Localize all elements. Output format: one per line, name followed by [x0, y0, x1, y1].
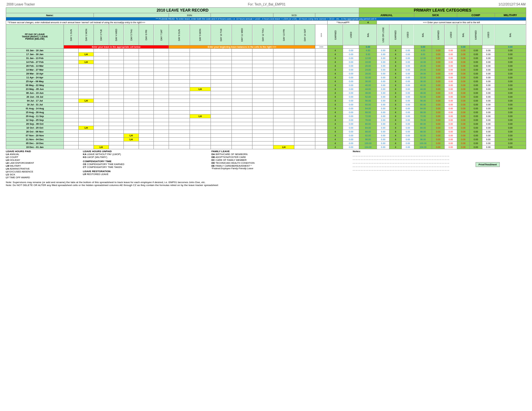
day-cell-3[interactable]: [94, 118, 109, 122]
day-cell-9[interactable]: LH: [190, 87, 211, 91]
day-cell-5[interactable]: [124, 53, 139, 56]
day-cell-14[interactable]: [294, 130, 315, 134]
day-cell-10[interactable]: [211, 111, 232, 114]
day-cell-12[interactable]: [252, 56, 273, 60]
day-cell-8[interactable]: [169, 91, 190, 95]
day-cell-12[interactable]: [252, 76, 273, 80]
day-cell-7[interactable]: [154, 76, 169, 80]
day-cell-7[interactable]: [154, 114, 169, 118]
day-cell-10[interactable]: [211, 99, 232, 103]
day-cell-10[interactable]: [211, 64, 232, 68]
day-cell-12[interactable]: [252, 145, 273, 149]
day-cell-13[interactable]: [273, 87, 294, 91]
day-cell-12[interactable]: [252, 60, 273, 64]
day-cell-8[interactable]: [169, 80, 190, 83]
day-cell-12[interactable]: [252, 53, 273, 56]
day-cell-6[interactable]: [139, 134, 154, 138]
day-cell-3[interactable]: [94, 49, 109, 53]
day-cell-12[interactable]: [252, 134, 273, 138]
day-cell-2[interactable]: [79, 138, 94, 142]
init-annual-bal[interactable]: 0.00: [359, 45, 377, 49]
day-cell-11[interactable]: [232, 145, 252, 149]
day-cell-5[interactable]: [124, 99, 139, 103]
day-cell-12[interactable]: [252, 72, 273, 76]
day-cell-4[interactable]: [109, 72, 124, 76]
day-cell-12[interactable]: [252, 142, 273, 145]
day-cell-6[interactable]: [139, 68, 154, 72]
day-cell-4[interactable]: [109, 130, 124, 134]
day-cell-1[interactable]: [64, 72, 79, 76]
print-button[interactable]: PrintThisSheet: [476, 162, 499, 167]
day-cell-2[interactable]: [79, 107, 94, 111]
day-cell-2[interactable]: [79, 134, 94, 138]
day-cell-7[interactable]: [154, 138, 169, 142]
day-cell-5[interactable]: [124, 122, 139, 126]
day-cell-1[interactable]: [64, 134, 79, 138]
day-cell-13[interactable]: [273, 111, 294, 114]
day-cell-7[interactable]: [154, 142, 169, 145]
day-cell-4[interactable]: [109, 53, 124, 56]
day-cell-14[interactable]: [294, 126, 315, 130]
day-cell-12[interactable]: [252, 91, 273, 95]
day-cell-5[interactable]: [124, 68, 139, 72]
day-cell-9[interactable]: [190, 134, 211, 138]
day-cell-1[interactable]: [64, 107, 79, 111]
day-cell-3[interactable]: [94, 91, 109, 95]
day-cell-5[interactable]: [124, 76, 139, 80]
day-cell-6[interactable]: [139, 95, 154, 99]
day-cell-4[interactable]: [109, 114, 124, 118]
day-cell-7[interactable]: [154, 91, 169, 95]
day-cell-13[interactable]: [273, 114, 294, 118]
day-cell-5[interactable]: [124, 72, 139, 76]
day-cell-4[interactable]: [109, 76, 124, 80]
day-cell-11[interactable]: [232, 142, 252, 145]
init-mil-earned[interactable]: [469, 45, 482, 49]
day-cell-4[interactable]: [109, 91, 124, 95]
day-cell-6[interactable]: [139, 107, 154, 111]
day-cell-3[interactable]: [94, 107, 109, 111]
day-cell-4[interactable]: [109, 56, 124, 60]
day-cell-12[interactable]: [252, 138, 273, 142]
day-cell-9[interactable]: [190, 142, 211, 145]
day-cell-12[interactable]: [252, 114, 273, 118]
day-cell-8[interactable]: [169, 138, 190, 142]
init-mil-used[interactable]: [482, 45, 495, 49]
day-cell-11[interactable]: [232, 107, 252, 111]
day-cell-8[interactable]: [169, 60, 190, 64]
day-cell-5[interactable]: [124, 83, 139, 87]
day-cell-7[interactable]: [154, 130, 169, 134]
day-cell-6[interactable]: [139, 142, 154, 145]
init-annual-earned[interactable]: [328, 45, 343, 49]
day-cell-10[interactable]: [211, 49, 232, 53]
day-cell-4[interactable]: [109, 87, 124, 91]
day-cell-8[interactable]: [169, 87, 190, 91]
day-cell-1[interactable]: [64, 145, 79, 149]
day-cell-11[interactable]: [232, 80, 252, 83]
day-cell-1[interactable]: [64, 49, 79, 53]
day-cell-2[interactable]: [79, 72, 94, 76]
day-cell-7[interactable]: [154, 72, 169, 76]
day-cell-9[interactable]: LH: [190, 114, 211, 118]
day-cell-3[interactable]: [94, 122, 109, 126]
day-cell-8[interactable]: [169, 114, 190, 118]
day-cell-10[interactable]: [211, 130, 232, 134]
day-cell-3[interactable]: [94, 142, 109, 145]
day-cell-13[interactable]: [273, 60, 294, 64]
day-cell-1[interactable]: [64, 118, 79, 122]
day-cell-1[interactable]: [64, 138, 79, 142]
day-cell-14[interactable]: [294, 122, 315, 126]
day-cell-8[interactable]: [169, 145, 190, 149]
day-cell-11[interactable]: [232, 118, 252, 122]
day-cell-4[interactable]: [109, 80, 124, 83]
day-cell-4[interactable]: [109, 99, 124, 103]
day-cell-11[interactable]: [232, 103, 252, 107]
day-cell-4[interactable]: [109, 145, 124, 149]
day-cell-13[interactable]: [273, 53, 294, 56]
day-cell-1[interactable]: [64, 111, 79, 114]
day-cell-8[interactable]: [169, 130, 190, 134]
day-cell-9[interactable]: [190, 53, 211, 56]
day-cell-10[interactable]: [211, 68, 232, 72]
day-cell-7[interactable]: [154, 49, 169, 53]
day-cell-4[interactable]: [109, 68, 124, 72]
day-cell-3[interactable]: [94, 87, 109, 91]
